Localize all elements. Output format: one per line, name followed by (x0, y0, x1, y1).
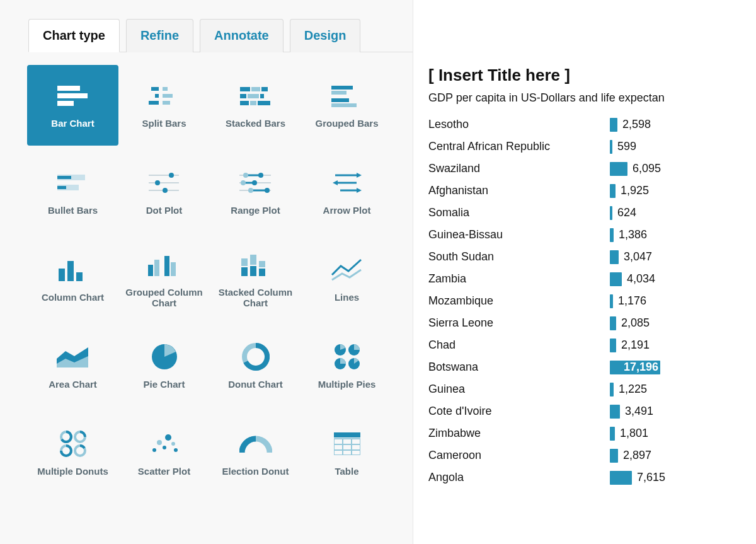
svg-rect-11 (261, 87, 268, 91)
chart-type-bar-chart[interactable]: Bar Chart (27, 65, 118, 146)
editor-tabs: Chart type Refine Annotate Design (28, 19, 413, 52)
svg-point-80 (174, 448, 178, 452)
bar-value-label: 1,386 (619, 228, 647, 241)
chart-type-grouped-bars[interactable]: Grouped Bars (301, 65, 392, 146)
bar-category-label: Cameroon (428, 449, 610, 462)
bar-area: 4,034 (610, 272, 655, 286)
bar-row: Cote d'Ivoire3,491 (428, 400, 756, 422)
chart-type-lines[interactable]: Lines (301, 239, 392, 320)
svg-rect-58 (241, 267, 248, 276)
bar (610, 294, 613, 308)
svg-point-78 (165, 434, 171, 441)
bar-category-label: Swaziland (428, 162, 610, 175)
chart-subtitle[interactable]: GDP per capita in US-Dollars and life ex… (428, 91, 756, 105)
bar-area: 7,615 (610, 471, 665, 485)
svg-point-42 (248, 188, 253, 193)
chart-type-area-chart[interactable]: Area Chart (27, 326, 118, 407)
bar-category-label: Afghanistan (428, 184, 610, 197)
tab-annotate[interactable]: Annotate (200, 19, 284, 52)
bar-category-label: Sierra Leone (428, 316, 610, 330)
bar-area: 1,386 (610, 228, 647, 242)
svg-point-31 (163, 188, 168, 193)
bar (610, 405, 620, 419)
chart-type-stacked-bars[interactable]: Stacked Bars (210, 65, 301, 146)
bar-area: 6,095 (610, 162, 661, 176)
chart-type-arrow-plot[interactable]: Arrow Plot (301, 152, 392, 233)
chart-type-column-chart[interactable]: Column Chart (27, 239, 118, 320)
bar (610, 162, 627, 176)
chart-type-grouped-column-chart[interactable]: Grouped Column Chart (118, 239, 210, 320)
svg-rect-7 (149, 101, 159, 105)
tab-design[interactable]: Design (290, 19, 361, 52)
svg-rect-56 (171, 262, 176, 276)
chart-type-split-bars[interactable]: Split Bars (118, 65, 210, 146)
svg-marker-45 (357, 173, 362, 178)
pie-chart-icon (147, 342, 182, 371)
bar-row: Angola7,615 (428, 466, 756, 489)
svg-rect-61 (259, 261, 265, 267)
svg-rect-8 (163, 101, 170, 105)
bar (610, 449, 618, 463)
svg-point-43 (265, 188, 270, 193)
bar-value-label: 2,085 (621, 316, 650, 330)
bar-value-label: 17,196 (624, 361, 658, 374)
svg-rect-54 (154, 260, 159, 276)
bar-row: Cameroon2,897 (428, 444, 756, 466)
multiple-pies-icon (329, 342, 365, 371)
bar-category-label: Central African Republic (428, 140, 610, 153)
bar-row: South Sudan3,047 (428, 246, 756, 268)
chart-type-scatter-plot[interactable]: Scatter Plot (118, 413, 210, 494)
bar-category-label: Guinea (428, 383, 610, 396)
svg-point-76 (157, 440, 162, 445)
svg-rect-17 (258, 101, 270, 105)
svg-rect-55 (164, 256, 169, 276)
bar-chart-preview: Lesotho2,598Central African Republic599S… (428, 113, 756, 489)
chart-title[interactable]: [ Insert Title here ] (428, 66, 756, 85)
bar-value-label: 3,491 (625, 405, 653, 418)
bar-row: Zimbabwe1,801 (428, 422, 756, 444)
bar (610, 118, 617, 132)
svg-rect-1 (57, 93, 88, 98)
bar-row: Chad2,191 (428, 334, 756, 356)
svg-point-75 (152, 448, 156, 452)
bar-value-label: 7,615 (637, 471, 665, 484)
svg-rect-16 (250, 101, 256, 105)
bar-row: Central African Republic599 (428, 136, 756, 158)
svg-rect-15 (240, 101, 249, 105)
bar-area: 599 (610, 140, 636, 154)
svg-rect-57 (241, 258, 248, 266)
bar-area: 3,047 (610, 250, 652, 264)
chart-type-donut-chart[interactable]: Donut Chart (210, 326, 301, 407)
bar-value-label: 2,897 (623, 449, 651, 462)
chart-type-stacked-column-chart[interactable]: Stacked Column Chart (210, 239, 301, 320)
svg-rect-6 (163, 94, 173, 98)
chart-type-dot-plot[interactable]: Dot Plot (118, 152, 210, 233)
table-icon (329, 429, 365, 458)
svg-rect-18 (331, 86, 353, 90)
chart-type-bullet-bars[interactable]: Bullet Bars (27, 152, 118, 233)
chart-type-range-plot[interactable]: Range Plot (210, 152, 301, 233)
svg-rect-25 (57, 186, 66, 189)
bar-category-label: Lesotho (428, 118, 610, 131)
bar-row: Guinea-Bissau1,386 (428, 224, 756, 246)
bar (610, 228, 614, 242)
multiple-donuts-icon (55, 429, 91, 458)
tab-refine[interactable]: Refine (126, 19, 193, 52)
bar-category-label: Zimbabwe (428, 427, 610, 440)
bar-area: 1,225 (610, 383, 647, 396)
chart-type-table[interactable]: Table (301, 413, 392, 494)
range-plot-icon (238, 168, 273, 197)
svg-rect-4 (163, 87, 168, 91)
bar-category-label: Somalia (428, 206, 610, 219)
bar-area: 624 (610, 206, 636, 220)
chart-preview-panel: [ Insert Title here ] GDP per capita in … (413, 0, 756, 544)
election-donut-icon (238, 429, 273, 458)
chart-type-pie-chart[interactable]: Pie Chart (118, 326, 210, 407)
tab-chart-type[interactable]: Chart type (28, 19, 120, 52)
chart-type-multiple-donuts[interactable]: Multiple Donuts (27, 413, 118, 494)
chart-type-grid: Bar Chart Split Bars Stacked Bars Groupe… (27, 52, 413, 494)
bar-value-label: 1,176 (618, 294, 646, 308)
bar-category-label: South Sudan (428, 250, 610, 263)
chart-type-election-donut[interactable]: Election Donut (210, 413, 301, 494)
chart-type-multiple-pies[interactable]: Multiple Pies (301, 326, 392, 407)
